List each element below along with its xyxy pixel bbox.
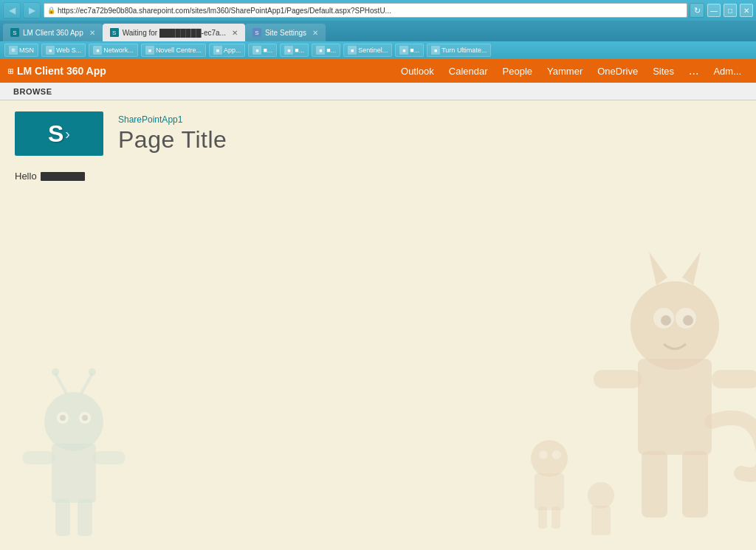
- bookmark-webs[interactable]: ■ Web S...: [41, 44, 86, 57]
- bookmark-icon-b1: ■: [252, 46, 261, 55]
- tab-lm-client[interactable]: S LM Client 360 App ✕: [3, 24, 103, 41]
- bg-illustration-left: [0, 362, 148, 550]
- svg-rect-24: [594, 370, 642, 388]
- tab-favicon-lm: S: [10, 28, 19, 37]
- nav-yammer[interactable]: Yammer: [540, 59, 590, 83]
- svg-rect-30: [538, 506, 547, 529]
- bookmark-label-network: Network...: [103, 47, 134, 54]
- sp-page-title: Page Title: [118, 126, 227, 154]
- bookmark-icon-webs: ■: [46, 46, 55, 55]
- o365-app-name: ⊞ LM Client 360 App: [7, 65, 106, 77]
- tab-close-settings[interactable]: ✕: [312, 29, 318, 37]
- address-bar[interactable]: 🔒 https://ec7a72b9e0b80a.sharepoint.com/…: [44, 3, 687, 18]
- svg-rect-7: [78, 499, 92, 536]
- sp-ribbon: BROWSE: [0, 83, 756, 100]
- bookmark-b2[interactable]: ■ ■...: [280, 44, 309, 57]
- bookmark-b1[interactable]: ■ ■...: [248, 44, 277, 57]
- svg-rect-15: [638, 359, 712, 455]
- sp-logo-arrow: ›: [65, 126, 70, 142]
- svg-point-4: [60, 415, 66, 421]
- title-bar: ◀ ▶ 🔒 https://ec7a72b9e0b80a.sharepoint.…: [0, 0, 756, 21]
- svg-point-5: [82, 415, 88, 421]
- tab-waiting[interactable]: S Waiting for ████████-ec7a... ✕: [103, 24, 245, 41]
- bookmark-icon-novell: ■: [145, 46, 154, 55]
- svg-rect-27: [535, 473, 564, 510]
- window-controls: ◀ ▶: [3, 2, 41, 18]
- svg-rect-33: [591, 506, 611, 535]
- svg-rect-31: [551, 506, 560, 529]
- bookmark-novell[interactable]: ■ Novell Centre...: [141, 44, 206, 57]
- nav-sites[interactable]: Sites: [645, 59, 681, 83]
- sp-app-header: S › SharePointApp1 Page Title: [0, 100, 756, 167]
- minimize-button[interactable]: —: [707, 4, 721, 17]
- svg-point-29: [552, 450, 561, 459]
- bookmark-network[interactable]: ■ Network...: [89, 44, 138, 57]
- bookmark-sentinel[interactable]: ■ Sentinel...: [343, 44, 392, 57]
- tab-bar: S LM Client 360 App ✕ S Waiting for ████…: [0, 21, 756, 41]
- bookmark-icon-network: ■: [93, 46, 102, 55]
- maximize-button[interactable]: □: [724, 4, 737, 17]
- svg-rect-23: [682, 451, 708, 518]
- svg-point-21: [683, 315, 693, 326]
- svg-point-20: [661, 315, 671, 326]
- sp-title-section: SharePointApp1 Page Title: [118, 114, 227, 154]
- bookmark-label-turn: Turn Ultimate...: [441, 47, 487, 54]
- tab-close-lm[interactable]: ✕: [89, 29, 95, 37]
- svg-point-28: [539, 450, 548, 459]
- ribbon-tab-browse[interactable]: BROWSE: [7, 83, 58, 100]
- refresh-button[interactable]: ↻: [690, 3, 704, 18]
- bookmark-label-app1: App...: [224, 47, 241, 54]
- nav-onedrive[interactable]: OneDrive: [590, 59, 645, 83]
- sp-logo-letter: S: [48, 120, 63, 148]
- nav-people[interactable]: People: [495, 59, 540, 83]
- svg-rect-8: [22, 451, 55, 464]
- nav-admin[interactable]: Adm...: [706, 59, 749, 83]
- tab-site-settings[interactable]: S Site Settings ✕: [245, 24, 326, 41]
- svg-point-13: [89, 368, 96, 376]
- hello-section: Hello: [0, 167, 756, 185]
- o365-app-label: LM Client 360 App: [17, 65, 106, 77]
- bookmark-icon-turn: ■: [431, 46, 440, 55]
- o365-nav: Outlook Calendar People Yammer OneDrive …: [394, 59, 749, 83]
- sp-app-subtitle: SharePointApp1: [118, 114, 227, 125]
- svg-marker-16: [649, 252, 667, 285]
- forward-button[interactable]: ▶: [23, 2, 41, 18]
- hello-username-redacted: [41, 172, 85, 181]
- tab-label-waiting: Waiting for ████████-ec7a...: [123, 29, 226, 37]
- nav-outlook[interactable]: Outlook: [394, 59, 441, 83]
- bookmark-label-novell: Novell Centre...: [156, 47, 202, 54]
- bookmark-app1[interactable]: ■ App...: [209, 44, 246, 57]
- bookmark-b4[interactable]: ■ ■...: [395, 44, 424, 57]
- tab-label-settings: Site Settings: [265, 29, 306, 37]
- hello-prefix: Hello: [15, 171, 37, 182]
- svg-point-26: [531, 440, 568, 477]
- o365-bar: ⊞ LM Client 360 App Outlook Calendar Peo…: [0, 59, 756, 83]
- svg-point-14: [630, 281, 719, 370]
- sp-app-logo: S ›: [15, 111, 103, 156]
- back-button[interactable]: ◀: [3, 2, 21, 18]
- svg-line-12: [81, 374, 92, 393]
- tab-close-waiting[interactable]: ✕: [232, 29, 238, 37]
- bookmark-b3[interactable]: ■ ■...: [312, 44, 340, 57]
- bookmark-label-b1: ■...: [263, 47, 272, 54]
- bookmark-label-b3: ■...: [326, 47, 336, 54]
- bookmarks-bar: ⊕ MSN ■ Web S... ■ Network... ■ Novell C…: [0, 41, 756, 59]
- svg-rect-25: [712, 370, 756, 388]
- bookmark-icon-b4: ■: [399, 46, 408, 55]
- page-content: S › SharePointApp1 Page Title Hello: [0, 100, 756, 550]
- bookmark-label-b4: ■...: [410, 47, 419, 54]
- bookmark-icon-msn: ⊕: [9, 46, 18, 55]
- bookmark-label-sentinel: Sentinel...: [358, 47, 388, 54]
- o365-grid-icon: ⊞: [7, 67, 13, 75]
- bookmark-label-b2: ■...: [295, 47, 304, 54]
- bookmark-icon-b3: ■: [316, 46, 325, 55]
- bookmark-label-webs: Web S...: [56, 47, 81, 54]
- svg-rect-6: [55, 499, 70, 536]
- nav-more[interactable]: ...: [681, 59, 706, 83]
- bookmark-msn[interactable]: ⊕ MSN: [4, 44, 38, 57]
- tab-label-lm: LM Client 360 App: [23, 29, 83, 37]
- nav-calendar[interactable]: Calendar: [441, 59, 495, 83]
- close-button[interactable]: ✕: [740, 4, 753, 17]
- bookmark-turn[interactable]: ■ Turn Ultimate...: [427, 44, 491, 57]
- tab-favicon-settings: S: [252, 28, 261, 37]
